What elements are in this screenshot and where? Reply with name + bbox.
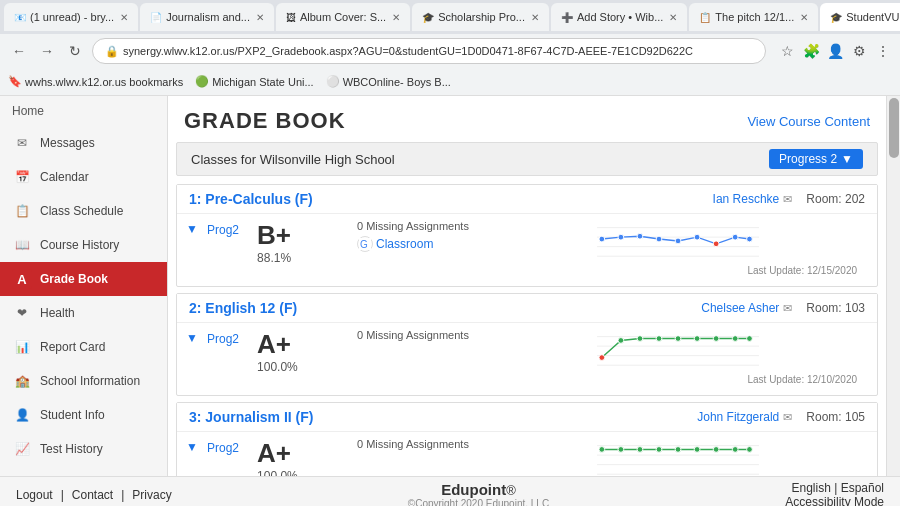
test-history-icon: 📈 — [12, 439, 32, 459]
sidebar-item-health[interactable]: ❤ Health — [0, 296, 167, 330]
grade-letter-2: A+ — [257, 438, 327, 469]
sidebar-label-class-schedule: Class Schedule — [40, 204, 123, 218]
sidebar-item-course-history[interactable]: 📖 Course History — [0, 228, 167, 262]
teacher-info-1[interactable]: Chelsee Asher ✉ — [701, 301, 792, 315]
tab-close-icon[interactable]: ✕ — [531, 12, 539, 23]
sidebar-item-messages[interactable]: ✉ Messages — [0, 126, 167, 160]
room-info-2: Room: 105 — [806, 410, 865, 424]
address-bar[interactable]: 🔒 synergy.wlwv.k12.or.us/PXP2_Gradebook.… — [92, 38, 766, 64]
teacher-info-0[interactable]: Ian Reschke ✉ — [713, 192, 793, 206]
course-number-1[interactable]: 2: English 12 (F) — [189, 300, 297, 316]
browser-tab-t6[interactable]: 📋The pitch 12/1...✕ — [689, 3, 818, 31]
accessibility-link[interactable]: Accessibility Mode — [785, 495, 884, 507]
expand-icon-0[interactable]: ▼ — [186, 222, 198, 236]
browser-tab-t1[interactable]: 📧(1 unread) - bry...✕ — [4, 3, 138, 31]
scrollbar-thumb[interactable] — [889, 98, 899, 158]
svg-text:G: G — [360, 239, 368, 250]
profile-icon[interactable]: 👤 — [826, 42, 844, 60]
svg-point-13 — [732, 234, 738, 240]
sidebar-label-grade-book: Grade Book — [40, 272, 108, 286]
svg-point-9 — [656, 236, 662, 242]
google-classroom-link[interactable]: G Classroom — [357, 236, 469, 252]
bookmark-item[interactable]: 🔖wwhs.wlwv.k12.or.us bookmarks — [8, 75, 183, 88]
footer: Logout | Contact | Privacy Edupoint® ©Co… — [0, 476, 900, 506]
tab-close-icon[interactable]: ✕ — [120, 12, 128, 23]
logout-link[interactable]: Logout — [16, 488, 53, 502]
sidebar-home[interactable]: Home — [0, 96, 167, 126]
room-info-1: Room: 103 — [806, 301, 865, 315]
tab-close-icon[interactable]: ✕ — [669, 12, 677, 23]
svg-point-6 — [599, 236, 605, 242]
sidebar-label-report-card: Report Card — [40, 340, 105, 354]
extension-icon[interactable]: 🧩 — [802, 42, 820, 60]
refresh-button[interactable]: ↻ — [64, 40, 86, 62]
tab-close-icon[interactable]: ✕ — [256, 12, 264, 23]
course-card-1: 2: English 12 (F) Chelsee Asher ✉ Room: … — [176, 293, 878, 396]
email-icon-2: ✉ — [783, 411, 792, 424]
address-text: synergy.wlwv.k12.or.us/PXP2_Gradebook.as… — [123, 45, 753, 57]
prog-label-0[interactable]: Prog2 — [207, 215, 249, 237]
bookmark-item[interactable]: 🟢Michigan State Uni... — [195, 75, 314, 88]
progress-button[interactable]: Progress 2 ▼ — [769, 149, 863, 169]
grade-pct-0: 88.1% — [257, 251, 327, 265]
browser-tab-t4[interactable]: 🎓Scholarship Pro...✕ — [412, 3, 549, 31]
lock-icon: 🔒 — [105, 45, 119, 58]
contact-link[interactable]: Contact — [72, 488, 113, 502]
back-button[interactable]: ← — [8, 40, 30, 62]
footer-brand: Edupoint® — [408, 481, 549, 498]
settings-icon[interactable]: ⚙ — [850, 42, 868, 60]
scrollbar[interactable] — [886, 96, 900, 476]
sidebar-item-student-info[interactable]: 👤 Student Info — [0, 398, 167, 432]
bookmark-star-icon[interactable]: ☆ — [778, 42, 796, 60]
bookmark-item[interactable]: ⚪WBCOnline- Boys B... — [326, 75, 451, 88]
sidebar-label-school-information: School Information — [40, 374, 140, 388]
svg-point-35 — [656, 447, 662, 453]
forward-button[interactable]: → — [36, 40, 58, 62]
sidebar-label-calendar: Calendar — [40, 170, 89, 184]
sidebar-item-report-card[interactable]: 📊 Report Card — [0, 330, 167, 364]
sidebar-item-test-history[interactable]: 📈 Test History — [0, 432, 167, 466]
view-course-link[interactable]: View Course Content — [747, 114, 870, 129]
grade-chart-2 — [489, 438, 867, 476]
browser-tab-t3[interactable]: 🖼Album Cover: S...✕ — [276, 3, 410, 31]
svg-point-7 — [618, 234, 624, 240]
expand-icon-2[interactable]: ▼ — [186, 440, 198, 454]
prog-label-1[interactable]: Prog2 — [207, 324, 249, 346]
svg-point-14 — [747, 236, 753, 242]
prog-label-2[interactable]: Prog2 — [207, 433, 249, 455]
expand-icon-1[interactable]: ▼ — [186, 331, 198, 345]
sidebar-item-class-schedule[interactable]: 📋 Class Schedule — [0, 194, 167, 228]
svg-point-37 — [694, 447, 700, 453]
sidebar-item-grade-book[interactable]: A Grade Book — [0, 262, 167, 296]
teacher-info-2[interactable]: John Fitzgerald ✉ — [697, 410, 792, 424]
health-icon: ❤ — [12, 303, 32, 323]
svg-point-23 — [675, 336, 681, 342]
grade-letter-0: B+ — [257, 220, 327, 251]
sidebar-item-documents[interactable]: 📄 Documents — [0, 466, 167, 476]
messages-icon: ✉ — [12, 133, 32, 153]
espanol-link[interactable]: Español — [841, 481, 884, 495]
tab-close-icon[interactable]: ✕ — [800, 12, 808, 23]
svg-point-12 — [713, 241, 719, 247]
student-info-icon: 👤 — [12, 405, 32, 425]
more-icon[interactable]: ⋮ — [874, 42, 892, 60]
svg-point-27 — [747, 336, 753, 342]
tab-close-icon[interactable]: ✕ — [392, 12, 400, 23]
browser-tab-t7[interactable]: 🎓StudentVUE✕ — [820, 3, 900, 31]
calendar-icon: 📅 — [12, 167, 32, 187]
class-schedule-icon: 📋 — [12, 201, 32, 221]
sidebar-item-school-information[interactable]: 🏫 School Information — [0, 364, 167, 398]
main-content: GRADE BOOK View Course Content Classes f… — [168, 96, 886, 476]
missing-assign-1: 0 Missing Assignments — [357, 329, 469, 341]
browser-tab-t2[interactable]: 📄Journalism and...✕ — [140, 3, 274, 31]
sidebar-label-messages: Messages — [40, 136, 95, 150]
english-link[interactable]: English — [791, 481, 830, 495]
last-update-1: Last Update: 12/10/2020 — [489, 372, 867, 389]
privacy-link[interactable]: Privacy — [132, 488, 171, 502]
sidebar: Home ✉ Messages 📅 Calendar 📋 Class Sched… — [0, 96, 168, 476]
page-title: GRADE BOOK — [184, 108, 346, 134]
course-number-0[interactable]: 1: Pre-Calculus (F) — [189, 191, 313, 207]
browser-tab-t5[interactable]: ➕Add Story • Wib...✕ — [551, 3, 687, 31]
sidebar-item-calendar[interactable]: 📅 Calendar — [0, 160, 167, 194]
course-number-2[interactable]: 3: Journalism II (F) — [189, 409, 313, 425]
